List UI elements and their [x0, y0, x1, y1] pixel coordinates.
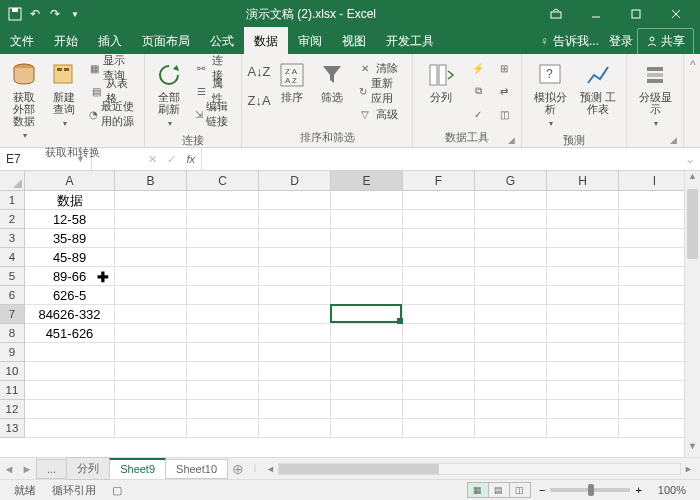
cell[interactable]: 451-626 [25, 324, 115, 342]
signin-button[interactable]: 登录 [609, 33, 633, 50]
zoom-out-button[interactable]: − [539, 484, 545, 496]
cell[interactable] [187, 248, 259, 266]
cell[interactable] [547, 381, 619, 399]
cell[interactable] [403, 400, 475, 418]
sheet-tab-sheet10[interactable]: Sheet10 [165, 459, 228, 479]
cell[interactable] [475, 210, 547, 228]
tab-page-layout[interactable]: 页面布局 [132, 27, 200, 56]
cell[interactable] [331, 324, 403, 342]
cell[interactable] [619, 400, 691, 418]
cell[interactable] [619, 267, 691, 285]
cell[interactable] [619, 305, 691, 323]
cell[interactable] [475, 343, 547, 361]
cell[interactable] [475, 324, 547, 342]
cell[interactable] [115, 362, 187, 380]
sheet-tab-sheet9[interactable]: Sheet9 [109, 458, 166, 479]
row-header[interactable]: 12 [0, 400, 24, 419]
zoom-in-button[interactable]: + [635, 484, 641, 496]
cell[interactable] [187, 286, 259, 304]
cell[interactable] [259, 286, 331, 304]
cell[interactable] [259, 210, 331, 228]
column-header[interactable]: C [187, 171, 259, 190]
cell[interactable] [187, 191, 259, 209]
scroll-right-icon[interactable]: ► [681, 464, 696, 474]
cell[interactable] [331, 362, 403, 380]
cell[interactable] [403, 362, 475, 380]
advanced-button[interactable]: ▽高级 [354, 103, 406, 125]
cell[interactable] [475, 419, 547, 437]
row-header[interactable]: 7 [0, 305, 24, 324]
cell[interactable] [331, 248, 403, 266]
cell[interactable]: 626-5 [25, 286, 115, 304]
cell[interactable] [187, 267, 259, 285]
cell[interactable] [475, 400, 547, 418]
row-header[interactable]: 4 [0, 248, 24, 267]
cell[interactable] [115, 324, 187, 342]
cell[interactable] [115, 400, 187, 418]
redo-icon[interactable]: ↷ [46, 5, 64, 23]
cell[interactable] [115, 419, 187, 437]
cell[interactable] [403, 343, 475, 361]
confirm-icon[interactable]: ✓ [167, 153, 176, 166]
cell[interactable]: 数据 [25, 191, 115, 209]
cell[interactable] [619, 343, 691, 361]
tab-data[interactable]: 数据 [244, 27, 288, 56]
cell[interactable] [259, 305, 331, 323]
cell[interactable] [619, 419, 691, 437]
tab-formulas[interactable]: 公式 [200, 27, 244, 56]
macro-record-icon[interactable]: ▢ [104, 484, 130, 497]
undo-icon[interactable]: ↶ [26, 5, 44, 23]
tab-insert[interactable]: 插入 [88, 27, 132, 56]
row-header[interactable]: 1 [0, 191, 24, 210]
cell[interactable] [475, 229, 547, 247]
cell[interactable] [547, 229, 619, 247]
cell[interactable] [115, 286, 187, 304]
zoom-level[interactable]: 100% [650, 484, 694, 496]
save-icon[interactable] [6, 5, 24, 23]
cell[interactable] [259, 267, 331, 285]
cell[interactable] [403, 267, 475, 285]
edit-links-button[interactable]: ⇲编辑链接 [191, 103, 235, 125]
what-if-button[interactable]: ? 模拟分析 [528, 57, 572, 131]
row-header[interactable]: 10 [0, 362, 24, 381]
cell[interactable] [187, 343, 259, 361]
row-header[interactable]: 13 [0, 419, 24, 438]
scroll-left-icon[interactable]: ◄ [263, 464, 278, 474]
cell[interactable] [547, 267, 619, 285]
cell[interactable] [331, 305, 403, 323]
refresh-all-button[interactable]: 全部刷新 [151, 57, 187, 131]
cell[interactable] [403, 324, 475, 342]
row-header[interactable]: 8 [0, 324, 24, 343]
cell[interactable] [331, 419, 403, 437]
column-header[interactable]: B [115, 171, 187, 190]
cell[interactable] [475, 362, 547, 380]
recent-sources-button[interactable]: ◔最近使用的源 [86, 103, 138, 125]
relationships-button[interactable]: ⇄ [493, 80, 515, 102]
outline-button[interactable]: 分级显示 [633, 57, 677, 131]
cell[interactable] [259, 343, 331, 361]
column-header[interactable]: A [25, 171, 115, 190]
cell[interactable] [331, 400, 403, 418]
cell[interactable] [187, 305, 259, 323]
cell[interactable] [403, 248, 475, 266]
consolidate-button[interactable]: ⊞ [493, 57, 515, 79]
sort-asc-button[interactable]: A↓Z [248, 57, 270, 85]
cell[interactable] [331, 381, 403, 399]
new-query-button[interactable]: 新建 查询 [46, 57, 82, 131]
sheet-tab-split[interactable]: 分列 [66, 457, 110, 480]
cell[interactable]: 45-89 [25, 248, 115, 266]
cell[interactable] [259, 248, 331, 266]
cell[interactable] [331, 229, 403, 247]
hscroll-thumb[interactable] [279, 464, 439, 474]
maximize-icon[interactable] [618, 0, 654, 28]
cell[interactable] [187, 362, 259, 380]
dialog-launcher-icon[interactable]: ◢ [508, 135, 515, 145]
cell[interactable] [115, 210, 187, 228]
flash-fill-button[interactable]: ⚡ [467, 57, 489, 79]
cell[interactable] [187, 210, 259, 228]
cell[interactable] [25, 343, 115, 361]
cell[interactable] [547, 400, 619, 418]
tell-me-input[interactable]: 告诉我... [553, 33, 599, 50]
cell[interactable] [475, 248, 547, 266]
cell[interactable] [403, 381, 475, 399]
